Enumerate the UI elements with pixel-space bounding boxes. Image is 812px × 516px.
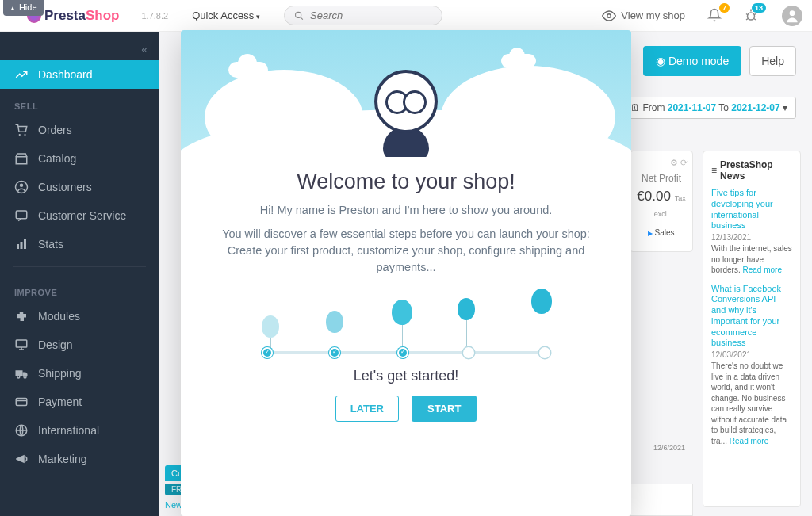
start-button[interactable]: START (412, 396, 477, 422)
onboarding-overlay: Welcome to your shop! Hi! My name is Pre… (0, 0, 812, 516)
later-button[interactable]: LATER (335, 396, 399, 422)
modal-title: Welcome to your shop! (216, 170, 596, 194)
onboarding-modal: Welcome to your shop! Hi! My name is Pre… (181, 30, 631, 516)
modal-description: You will discover a few essential steps … (216, 226, 596, 276)
progress-balloons (263, 289, 549, 360)
modal-subtitle: Let's get started! (216, 368, 596, 384)
modal-illustration (181, 30, 631, 157)
preston-mascot (366, 70, 446, 157)
modal-intro: Hi! My name is Preston and I'm here to s… (216, 204, 596, 216)
